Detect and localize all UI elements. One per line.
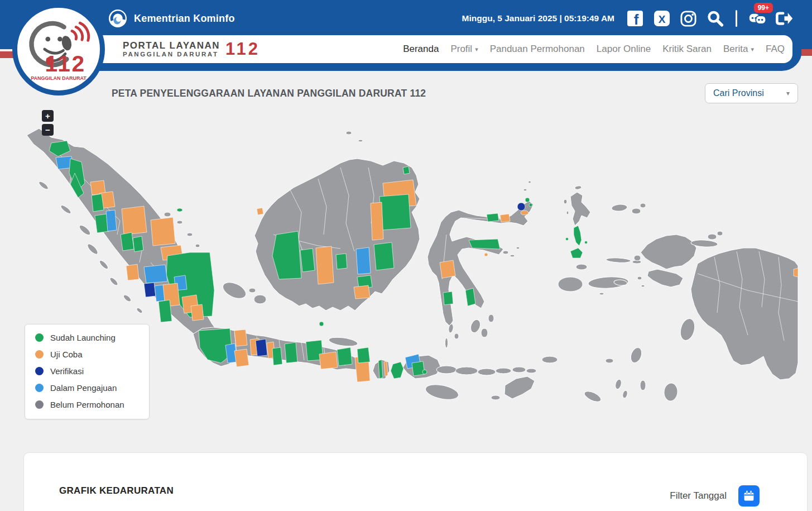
- map-zoom-in-button[interactable]: +: [42, 110, 54, 122]
- map-region[interactable]: [177, 208, 182, 212]
- map-region[interactable]: [106, 210, 117, 231]
- map-region[interactable]: [503, 251, 508, 254]
- x-twitter-icon[interactable]: X: [653, 10, 670, 27]
- map-region[interactable]: [512, 367, 526, 372]
- map-region[interactable]: [126, 264, 139, 280]
- nav-item-profil[interactable]: Profil▾: [450, 44, 478, 55]
- map-region[interactable]: [717, 231, 723, 236]
- map-region[interactable]: [319, 352, 338, 369]
- map-region[interactable]: [191, 304, 204, 321]
- map-region[interactable]: [564, 199, 567, 204]
- map-region[interactable]: [256, 339, 267, 356]
- map-region[interactable]: [521, 211, 528, 215]
- map-region[interactable]: [634, 255, 641, 261]
- map-region[interactable]: [234, 329, 247, 346]
- map-region[interactable]: [478, 369, 496, 375]
- island-bangka[interactable]: [220, 279, 248, 302]
- map-region[interactable]: [632, 208, 641, 214]
- map-region[interactable]: [585, 241, 588, 244]
- map-region[interactable]: [454, 333, 459, 339]
- map-region[interactable]: [422, 370, 427, 374]
- map-region[interactable]: [336, 254, 347, 269]
- notifications-icon[interactable]: 99+: [749, 10, 766, 27]
- map-region[interactable]: [158, 300, 172, 322]
- map-region[interactable]: [257, 208, 263, 215]
- map-region[interactable]: [272, 347, 282, 365]
- map-region[interactable]: [606, 257, 631, 263]
- map-region[interactable]: [440, 260, 455, 278]
- map-region[interactable]: [794, 268, 798, 277]
- instagram-icon[interactable]: [680, 10, 697, 27]
- map-region[interactable]: [510, 255, 515, 257]
- island-buru[interactable]: [558, 277, 583, 292]
- map-region[interactable]: [529, 203, 532, 207]
- map-region[interactable]: [570, 248, 583, 258]
- map-region[interactable]: [443, 292, 453, 305]
- map-region[interactable]: [356, 247, 371, 274]
- map-region[interactable]: [187, 233, 193, 236]
- map-region[interactable]: [612, 204, 628, 212]
- map-region[interactable]: [629, 346, 643, 364]
- nav-item-lapor-online[interactable]: Lapor Online▾: [597, 44, 651, 55]
- map-region[interactable]: [234, 349, 249, 367]
- map-region[interactable]: [566, 238, 569, 241]
- map-region[interactable]: [484, 253, 488, 256]
- map-region[interactable]: [574, 226, 582, 246]
- map-region[interactable]: [177, 221, 182, 224]
- province-select[interactable]: Cari Provinsi: [705, 83, 798, 103]
- map-region[interactable]: [78, 223, 92, 236]
- map-region[interactable]: [122, 294, 132, 303]
- map-region[interactable]: [641, 285, 645, 287]
- map-region[interactable]: [144, 265, 167, 283]
- map-region[interactable]: [357, 347, 370, 363]
- island-aru[interactable]: [664, 383, 679, 402]
- map-region[interactable]: [637, 276, 642, 280]
- map-region[interactable]: [526, 369, 536, 373]
- map-region[interactable]: [38, 180, 50, 191]
- map-region[interactable]: [481, 328, 488, 337]
- map-region[interactable]: [98, 259, 109, 270]
- filter-tanggal-button[interactable]: [738, 485, 760, 507]
- island-flores[interactable]: [436, 366, 457, 374]
- island-papua[interactable]: [691, 248, 798, 380]
- map-region[interactable]: [583, 389, 603, 404]
- island-sumba[interactable]: [424, 382, 460, 402]
- map-zoom-out-button[interactable]: −: [42, 124, 54, 136]
- map-region[interactable]: [599, 293, 604, 295]
- map-region[interactable]: [487, 213, 499, 222]
- map-region[interactable]: [575, 185, 582, 190]
- map-region[interactable]: [576, 264, 587, 270]
- map-region[interactable]: [358, 140, 363, 142]
- map-region[interactable]: [566, 211, 569, 214]
- map-region[interactable]: [354, 285, 370, 299]
- map-region[interactable]: [374, 242, 394, 270]
- map-region[interactable]: [60, 204, 72, 215]
- map-region[interactable]: [136, 307, 143, 314]
- map-region[interactable]: [412, 361, 425, 376]
- map-region[interactable]: [92, 194, 104, 212]
- map-region[interactable]: [337, 347, 352, 366]
- map-region[interactable]: [403, 166, 410, 174]
- map-region[interactable]: [379, 194, 411, 230]
- map-region[interactable]: [316, 246, 334, 284]
- island-belitung[interactable]: [254, 295, 266, 304]
- map-region[interactable]: [517, 203, 525, 211]
- island-madura[interactable]: [328, 336, 358, 347]
- island-dolak[interactable]: [678, 317, 697, 342]
- map-region[interactable]: [622, 390, 628, 399]
- map-region[interactable]: [469, 239, 500, 249]
- map-region[interactable]: [346, 131, 352, 135]
- map-region[interactable]: [445, 338, 448, 348]
- map-region[interactable]: [121, 232, 134, 251]
- map-region[interactable]: [249, 288, 256, 293]
- map-region[interactable]: [109, 276, 119, 286]
- nav-item-faq[interactable]: FAQ▾: [766, 44, 785, 55]
- island-lombok[interactable]: [391, 362, 403, 379]
- nav-item-panduan-permohonan[interactable]: Panduan Permohonan▾: [490, 44, 585, 55]
- island-halmahera[interactable]: [570, 192, 590, 226]
- island-timor[interactable]: [505, 376, 535, 399]
- map-region[interactable]: [144, 283, 156, 297]
- map-region[interactable]: [614, 379, 622, 390]
- map-region[interactable]: [523, 189, 527, 191]
- map-region[interactable]: [606, 359, 613, 363]
